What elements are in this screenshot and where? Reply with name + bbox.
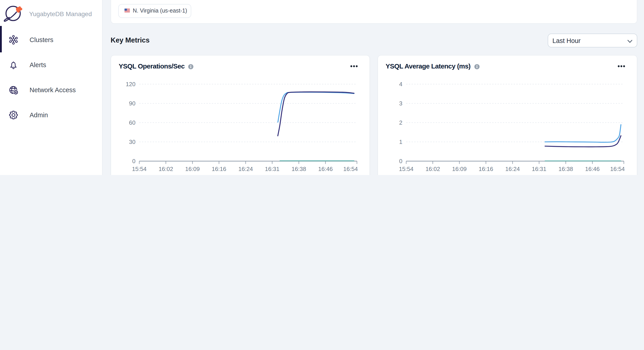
svg-text:16:54: 16:54 <box>610 165 625 172</box>
svg-text:16:31: 16:31 <box>265 165 280 172</box>
svg-text:16:24: 16:24 <box>505 165 520 172</box>
svg-text:16:38: 16:38 <box>292 165 306 172</box>
svg-text:0: 0 <box>399 158 402 164</box>
svg-text:4: 4 <box>399 80 402 87</box>
svg-text:16:16: 16:16 <box>478 165 493 172</box>
svg-text:16:09: 16:09 <box>185 165 200 172</box>
svg-text:16:46: 16:46 <box>585 165 600 172</box>
svg-text:16:02: 16:02 <box>426 165 440 172</box>
svg-text:3: 3 <box>399 100 402 106</box>
svg-text:0: 0 <box>132 158 136 164</box>
svg-text:2: 2 <box>399 119 402 126</box>
svg-text:16:02: 16:02 <box>158 165 173 172</box>
svg-text:120: 120 <box>126 80 136 87</box>
svg-text:15:54: 15:54 <box>132 165 146 172</box>
svg-text:16:24: 16:24 <box>238 165 253 172</box>
svg-text:15:54: 15:54 <box>399 165 413 172</box>
svg-text:30: 30 <box>129 138 136 145</box>
svg-text:16:54: 16:54 <box>343 165 358 172</box>
svg-text:16:38: 16:38 <box>558 165 573 172</box>
svg-text:16:46: 16:46 <box>318 165 333 172</box>
svg-text:1: 1 <box>399 138 402 145</box>
svg-text:16:09: 16:09 <box>452 165 467 172</box>
svg-text:16:16: 16:16 <box>212 165 226 172</box>
svg-text:16:31: 16:31 <box>532 165 546 172</box>
svg-text:60: 60 <box>129 119 136 126</box>
svg-text:90: 90 <box>129 100 136 106</box>
